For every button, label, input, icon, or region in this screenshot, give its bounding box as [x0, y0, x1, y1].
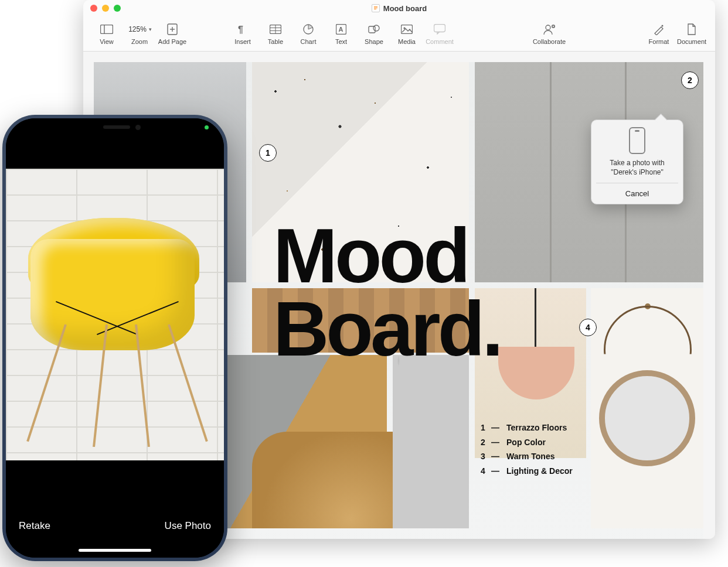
comment-button: Comment [424, 19, 455, 49]
svg-text:¶: ¶ [238, 25, 243, 35]
add-page-label: Add Page [158, 38, 186, 45]
camera-preview[interactable] [6, 169, 224, 460]
svg-point-24 [662, 25, 664, 27]
table-button[interactable]: Table [260, 19, 291, 49]
zoom-button[interactable]: 125% ▾ Zoom [124, 19, 155, 49]
collaborate-label: Collaborate [533, 38, 566, 45]
headline[interactable]: Mood Board. [273, 219, 501, 366]
shape-icon [368, 22, 380, 36]
comment-icon [434, 22, 445, 36]
popover-message: Take a photo with "Derek's iPhone" [596, 159, 678, 183]
svg-point-16 [373, 25, 379, 31]
media-button[interactable]: Media [392, 19, 422, 49]
notch [74, 118, 162, 136]
headline-line1: Mood [273, 219, 501, 292]
add-page-icon [167, 22, 178, 36]
collaborate-button[interactable]: Collaborate [533, 19, 566, 49]
text-button[interactable]: A Text [326, 19, 356, 49]
camera-active-indicator-icon [205, 125, 209, 129]
headline-line2: Board. [273, 292, 501, 366]
format-icon [653, 22, 665, 36]
iphone-icon [629, 127, 645, 154]
callout-2[interactable]: 2 [681, 71, 699, 89]
insert-label: Insert [234, 38, 251, 45]
legend[interactable]: 1—Terrazzo Floors 2—Pop Color 3—Warm Ton… [481, 421, 573, 478]
format-label: Format [649, 38, 669, 45]
svg-text:A: A [339, 26, 343, 33]
table-icon [270, 22, 281, 36]
toolbar: View 125% ▾ Zoom Add Page ¶ Insert Table [83, 16, 715, 52]
use-photo-button[interactable]: Use Photo [165, 520, 211, 532]
window-title: Mood board [83, 4, 715, 13]
svg-rect-19 [434, 25, 445, 32]
zoom-label: Zoom [131, 38, 148, 45]
media-icon [401, 22, 413, 36]
svg-point-20 [546, 25, 550, 30]
continuity-camera-popover: Take a photo with "Derek's iPhone" Cance… [591, 119, 683, 204]
comment-label: Comment [426, 38, 454, 45]
document-icon [372, 4, 380, 12]
format-button[interactable]: Format [644, 19, 674, 49]
media-label: Media [398, 38, 416, 45]
table-label: Table [268, 38, 283, 45]
collaborate-icon [543, 22, 556, 36]
view-button[interactable]: View [91, 19, 122, 49]
legend-row: 1—Terrazzo Floors [481, 421, 573, 435]
view-label: View [100, 38, 114, 45]
callout-4[interactable]: 4 [579, 319, 597, 336]
legend-row: 2—Pop Color [481, 435, 573, 450]
document-tool-icon [687, 22, 696, 36]
document-button[interactable]: Document [676, 19, 707, 49]
titlebar: Mood board [83, 0, 715, 16]
insert-button[interactable]: ¶ Insert [227, 19, 258, 49]
zoom-display: 125% ▾ [127, 22, 152, 36]
iphone-device: Retake Use Photo [2, 115, 227, 561]
shape-label: Shape [365, 38, 383, 45]
cancel-button[interactable]: Cancel [596, 183, 678, 204]
sidebar-icon [100, 22, 113, 36]
image-fur[interactable] [393, 355, 469, 528]
image-mirror[interactable] [591, 288, 703, 528]
camera-bottom-bar: Retake Use Photo [6, 460, 224, 558]
svg-rect-17 [402, 25, 413, 34]
chart-icon [303, 22, 314, 36]
chevron-down-icon: ▾ [149, 26, 152, 32]
chart-button[interactable]: Chart [293, 19, 324, 49]
iphone-screen: Retake Use Photo [6, 118, 224, 558]
chart-label: Chart [301, 38, 317, 45]
legend-row: 3—Warm Tones [481, 449, 573, 464]
add-page-button[interactable]: Add Page [157, 19, 188, 49]
home-indicator[interactable] [79, 549, 151, 552]
paragraph-icon: ¶ [238, 22, 247, 36]
svg-rect-0 [101, 25, 113, 34]
window-title-text: Mood board [383, 4, 427, 13]
callout-1[interactable]: 1 [259, 144, 277, 162]
zoom-value: 125% [127, 24, 148, 35]
legend-row: 4—Lighting & Decor [481, 464, 573, 479]
document-label: Document [677, 38, 706, 45]
text-icon: A [336, 22, 346, 36]
retake-button[interactable]: Retake [19, 520, 50, 532]
image-sofa[interactable] [217, 355, 387, 528]
text-label: Text [335, 38, 347, 45]
shape-button[interactable]: Shape [359, 19, 389, 49]
